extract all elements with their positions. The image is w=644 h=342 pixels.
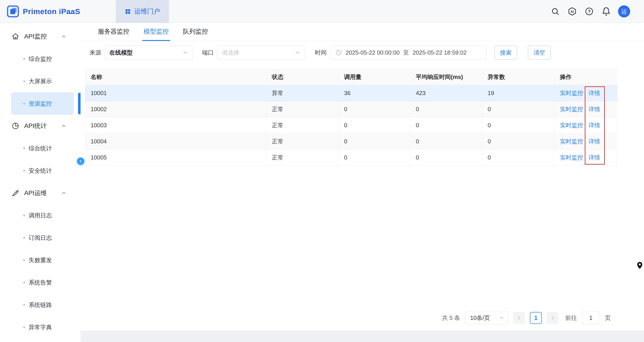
sidebar-item-system-alerts[interactable]: 系统告警 bbox=[11, 271, 74, 294]
realtime-monitor-link[interactable]: 实时监控 bbox=[560, 138, 583, 146]
sidebar-section-api-operations[interactable]: API运维 bbox=[0, 182, 80, 204]
sidebar-item-failure-retry[interactable]: 失败重发 bbox=[11, 249, 74, 271]
detail-link[interactable]: 详情 bbox=[588, 89, 600, 97]
sidebar-item-label: 系统链路 bbox=[29, 301, 52, 309]
search-icon[interactable] bbox=[550, 6, 560, 16]
pen-tool-icon bbox=[12, 189, 19, 197]
sidebar-section-label: API统计 bbox=[24, 122, 47, 130]
bell-icon[interactable] bbox=[601, 6, 611, 16]
table-row[interactable]: 10005 正常 0 0 0 实时监控 详情 bbox=[85, 150, 617, 166]
current-page-button[interactable]: 1 bbox=[530, 312, 542, 324]
brand-title: Primeton iPaaS bbox=[23, 7, 80, 16]
sidebar: API监控 综合监控 大屏展示 资源监控 API统计 bbox=[0, 23, 80, 342]
sidebar-item-security-statistics[interactable]: 安全统计 bbox=[11, 160, 74, 182]
cell-errors: 19 bbox=[482, 85, 554, 101]
cell-status: 正常 bbox=[266, 101, 339, 118]
sidebar-item-big-screen-display[interactable]: 大屏展示 bbox=[11, 70, 74, 92]
bullet-icon bbox=[23, 170, 25, 172]
sidebar-item-comprehensive-statistics[interactable]: 综合统计 bbox=[11, 137, 74, 160]
portal-tab-ops[interactable]: 运维门户 bbox=[116, 0, 169, 23]
source-label: 来源 bbox=[90, 49, 101, 56]
source-select[interactable]: 在线模型 bbox=[105, 46, 193, 60]
bullet-icon bbox=[23, 237, 25, 239]
sidebar-collapse-toggle[interactable] bbox=[77, 158, 84, 165]
sidebar-item-system-links[interactable]: 系统链路 bbox=[11, 294, 74, 316]
svg-text:AI: AI bbox=[571, 10, 574, 14]
sidebar-item-label: 异常字典 bbox=[29, 324, 52, 331]
table-row[interactable]: 10004 正常 0 0 0 实时监控 详情 bbox=[85, 134, 617, 150]
page-size-select[interactable]: 10条/页 bbox=[465, 311, 508, 324]
cell-calls: 0 bbox=[339, 118, 410, 134]
sidebar-item-exception-dictionary[interactable]: 异常字典 bbox=[11, 316, 74, 338]
table-row[interactable]: 10002 正常 0 0 0 实时监控 详情 bbox=[85, 101, 617, 118]
col-header-status: 状态 bbox=[266, 69, 339, 85]
table-row[interactable]: 10001 异常 36 423 19 实时监控 详情 bbox=[85, 85, 617, 101]
realtime-monitor-link[interactable]: 实时监控 bbox=[560, 154, 583, 162]
detail-link[interactable]: 详情 bbox=[588, 138, 600, 146]
sidebar-section-label: API监控 bbox=[24, 32, 47, 41]
sidebar-section-api-statistics[interactable]: API统计 bbox=[0, 115, 80, 137]
sidebar-section-label: API运维 bbox=[24, 189, 47, 197]
filter-bar: 来源 在线模型 端口 请选择 时间 bbox=[90, 46, 644, 60]
goto-label: 前往 bbox=[565, 314, 577, 322]
table-row[interactable]: 10003 正常 0 0 0 实时监控 详情 bbox=[85, 118, 617, 134]
cell-avg-response: 0 bbox=[410, 101, 482, 118]
sidebar-item-label: 订阅日志 bbox=[29, 234, 52, 242]
grid-icon bbox=[125, 8, 131, 14]
time-range-picker[interactable]: 2025-05-22 00:00:00 至 2025-05-22 18:59:0… bbox=[330, 46, 486, 60]
chevron-up-icon bbox=[61, 190, 67, 196]
bullet-icon bbox=[23, 282, 25, 284]
cell-actions: 实时监控 详情 bbox=[554, 150, 618, 166]
detail-link[interactable]: 详情 bbox=[588, 105, 600, 113]
sidebar-item-call-logs[interactable]: 调用日志 bbox=[11, 204, 74, 226]
sidebar-section-api-monitoring[interactable]: API监控 bbox=[0, 25, 80, 48]
goto-page-input[interactable] bbox=[582, 311, 600, 324]
user-avatar[interactable]: 运 bbox=[618, 5, 630, 18]
svg-text:?: ? bbox=[588, 9, 590, 14]
content-panel: 服务器监控 模型监控 队列监控 来源 在线模型 端口 bbox=[80, 23, 644, 330]
bullet-icon bbox=[23, 259, 25, 261]
bullet-icon bbox=[23, 148, 25, 149]
clear-button[interactable]: 清空 bbox=[528, 46, 551, 60]
pagination: 共 5 条 10条/页 1 前往 页 bbox=[80, 311, 611, 324]
cell-actions: 实时监控 详情 bbox=[554, 134, 618, 150]
bullet-icon bbox=[23, 103, 25, 104]
pie-chart-icon bbox=[12, 122, 19, 130]
cell-status: 正常 bbox=[266, 150, 339, 166]
sidebar-item-label: 综合统计 bbox=[29, 144, 52, 152]
cell-name: 10001 bbox=[85, 85, 266, 101]
page-suffix-label: 页 bbox=[605, 314, 611, 322]
monitor-tabbar: 服务器监控 模型监控 队列监控 bbox=[80, 23, 644, 41]
tab-server-monitoring[interactable]: 服务器监控 bbox=[97, 23, 131, 41]
search-button[interactable]: 搜索 bbox=[494, 46, 517, 60]
sidebar-item-subscription-logs[interactable]: 订阅日志 bbox=[11, 226, 74, 249]
next-page-button[interactable] bbox=[547, 312, 558, 324]
cell-status: 正常 bbox=[266, 118, 339, 134]
chevron-down-icon bbox=[182, 50, 188, 56]
col-header-actions: 操作 bbox=[554, 69, 618, 85]
sidebar-item-comprehensive-monitoring[interactable]: 综合监控 bbox=[11, 48, 74, 70]
tab-model-monitoring[interactable]: 模型监控 bbox=[142, 23, 170, 41]
col-header-name: 名称 bbox=[85, 69, 266, 85]
cell-name: 10005 bbox=[85, 150, 266, 166]
annotation-pin-icon bbox=[636, 261, 644, 272]
realtime-monitor-link[interactable]: 实时监控 bbox=[560, 122, 583, 129]
cell-avg-response: 0 bbox=[410, 118, 482, 134]
detail-link[interactable]: 详情 bbox=[588, 122, 600, 129]
sidebar-item-label: 调用日志 bbox=[29, 212, 52, 220]
realtime-monitor-link[interactable]: 实时监控 bbox=[560, 89, 583, 97]
help-icon[interactable]: ? bbox=[584, 6, 594, 16]
detail-link[interactable]: 详情 bbox=[588, 154, 600, 162]
prev-page-button[interactable] bbox=[513, 312, 525, 324]
sidebar-item-label: 失败重发 bbox=[29, 256, 52, 264]
ai-assistant-icon[interactable]: AI bbox=[567, 6, 577, 16]
bullet-icon bbox=[23, 214, 25, 216]
sidebar-item-resource-monitoring[interactable]: 资源监控 bbox=[11, 92, 74, 115]
portal-tab-label: 运维门户 bbox=[134, 7, 160, 16]
port-select[interactable]: 请选择 bbox=[217, 46, 305, 60]
main-layout: API监控 综合监控 大屏展示 资源监控 API统计 bbox=[0, 23, 644, 342]
realtime-monitor-link[interactable]: 实时监控 bbox=[560, 105, 583, 113]
cell-errors: 0 bbox=[482, 150, 554, 166]
cell-name: 10003 bbox=[85, 118, 266, 134]
tab-queue-monitoring[interactable]: 队列监控 bbox=[182, 23, 209, 41]
